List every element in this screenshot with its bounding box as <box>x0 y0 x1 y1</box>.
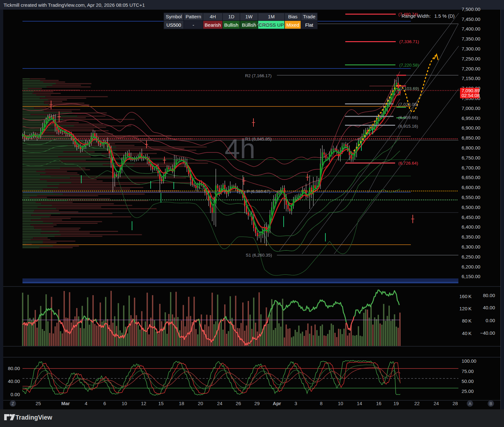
svg-text:6,800.00: 6,800.00 <box>462 145 480 150</box>
svg-text:6: 6 <box>103 401 106 406</box>
svg-text:120 K: 120 K <box>459 306 472 311</box>
svg-text:10: 10 <box>338 401 343 406</box>
svg-text:22: 22 <box>414 401 420 406</box>
svg-text:80 K: 80 K <box>462 318 472 323</box>
svg-text:TradingView: TradingView <box>15 414 52 421</box>
svg-text:US500: US500 <box>166 22 181 28</box>
svg-text:Range Width:: Range Width: <box>402 13 431 19</box>
svg-text:Z: Z <box>12 401 14 406</box>
svg-text:80.00: 80.00 <box>483 293 495 298</box>
svg-text:4: 4 <box>85 401 87 406</box>
svg-text:20: 20 <box>198 401 203 406</box>
svg-text:6,900.00: 6,900.00 <box>462 125 480 131</box>
svg-text:7,450.00: 7,450.00 <box>462 16 480 22</box>
svg-text:6,950.00: 6,950.00 <box>462 115 480 121</box>
svg-text:26: 26 <box>236 401 241 406</box>
svg-text:Mixed: Mixed <box>286 22 299 28</box>
svg-text:24: 24 <box>217 401 223 406</box>
svg-text:6,600.00: 6,600.00 <box>462 185 480 190</box>
svg-text:25.00: 25.00 <box>462 388 474 394</box>
svg-text:(7,023.00): (7,023.00) <box>398 102 418 107</box>
svg-text:-: - <box>193 22 194 28</box>
svg-text:7,250.00: 7,250.00 <box>462 56 480 61</box>
svg-text:40 K: 40 K <box>462 331 472 336</box>
svg-text:80.00: 80.00 <box>8 366 20 371</box>
svg-text:7,150.00: 7,150.00 <box>462 76 480 81</box>
svg-text:1W: 1W <box>245 14 253 19</box>
svg-text:7,300.00: 7,300.00 <box>462 46 480 51</box>
svg-text:(7,336.71): (7,336.71) <box>399 39 419 44</box>
svg-text:6,350.00: 6,350.00 <box>462 234 480 240</box>
svg-text:29: 29 <box>254 401 260 406</box>
svg-text:16: 16 <box>376 401 382 406</box>
svg-text:Flat: Flat <box>305 22 314 28</box>
svg-text:7,400.00: 7,400.00 <box>462 26 480 32</box>
svg-text:6,150.00: 6,150.00 <box>462 274 480 279</box>
svg-text:6,500.00: 6,500.00 <box>462 204 480 210</box>
svg-text:100.00: 100.00 <box>462 358 476 364</box>
svg-text:75.00: 75.00 <box>462 368 474 374</box>
svg-text:6,550.00: 6,550.00 <box>462 195 480 200</box>
svg-text:(6,959.66): (6,959.66) <box>398 115 418 120</box>
svg-text:Symbol: Symbol <box>166 14 182 19</box>
svg-text:24: 24 <box>434 401 439 406</box>
svg-text:S1 (6,260.35): S1 (6,260.35) <box>246 253 272 258</box>
svg-text:19: 19 <box>393 401 399 406</box>
svg-text:6,650.00: 6,650.00 <box>462 175 480 180</box>
svg-text:(7,103.69): (7,103.69) <box>399 86 419 91</box>
svg-text:8: 8 <box>320 401 323 406</box>
svg-text:0.00: 0.00 <box>486 318 495 323</box>
svg-text:10: 10 <box>122 401 127 406</box>
svg-text:6,200.00: 6,200.00 <box>462 264 480 269</box>
svg-text:Bearish: Bearish <box>205 22 221 28</box>
svg-text:R2 (7,166.17): R2 (7,166.17) <box>245 73 272 78</box>
svg-text:(7,220.58): (7,220.58) <box>399 63 419 68</box>
svg-text:1M: 1M <box>268 14 275 19</box>
svg-text:Tickmill created with TradingV: Tickmill created with TradingView.com, A… <box>4 2 145 8</box>
svg-text:7,500.00: 7,500.00 <box>462 6 480 12</box>
svg-text:7,350.00: 7,350.00 <box>462 36 480 41</box>
svg-text:−40.00: −40.00 <box>480 330 495 336</box>
svg-text:40.00: 40.00 <box>8 378 20 384</box>
svg-text:Bias: Bias <box>288 14 297 19</box>
svg-text:P (6,580.67): P (6,580.67) <box>247 189 270 194</box>
svg-text:A: A <box>469 401 472 406</box>
svg-text:R1 (6,845.85): R1 (6,845.85) <box>245 137 272 141</box>
svg-text:6,850.00: 6,850.00 <box>462 135 480 141</box>
svg-text:02:54:08: 02:54:08 <box>462 93 480 98</box>
svg-text:Mar: Mar <box>61 401 70 406</box>
svg-text:3: 3 <box>295 401 297 406</box>
svg-text:6,300.00: 6,300.00 <box>462 244 480 250</box>
svg-text:12: 12 <box>141 401 146 406</box>
svg-text:Apr: Apr <box>273 401 281 406</box>
svg-text:50.00: 50.00 <box>462 378 474 384</box>
svg-text:Bullish: Bullish <box>224 22 238 28</box>
svg-text:40.00: 40.00 <box>483 305 495 310</box>
svg-text:28: 28 <box>453 401 458 406</box>
svg-text:14: 14 <box>357 401 362 406</box>
svg-text:1D: 1D <box>228 14 234 19</box>
svg-text:1.5 % (D): 1.5 % (D) <box>434 13 455 19</box>
svg-text:6,250.00: 6,250.00 <box>462 254 480 259</box>
svg-text:(6,726.64): (6,726.64) <box>398 161 418 166</box>
svg-text:7,090.89: 7,090.89 <box>462 88 480 93</box>
svg-text:25: 25 <box>36 401 41 406</box>
svg-text:160 K: 160 K <box>459 294 472 299</box>
svg-text:6,750.00: 6,750.00 <box>462 155 480 160</box>
svg-text:6,400.00: 6,400.00 <box>462 224 480 230</box>
svg-text:B: B <box>490 401 492 406</box>
svg-text:7,000.00: 7,000.00 <box>462 105 480 111</box>
svg-text:R3 (7,426.67): R3 (7,426.67) <box>245 22 272 27</box>
svg-text:6,450.00: 6,450.00 <box>462 214 480 220</box>
svg-text:(6,915.16): (6,915.16) <box>398 124 418 129</box>
svg-text:15: 15 <box>158 401 164 406</box>
svg-text:Pattern: Pattern <box>186 14 201 19</box>
svg-text:0.00: 0.00 <box>11 392 20 397</box>
svg-text:6,700.00: 6,700.00 <box>462 165 480 170</box>
svg-text:7,200.00: 7,200.00 <box>462 66 480 71</box>
svg-text:Trade: Trade <box>303 14 315 19</box>
svg-text:18: 18 <box>179 401 184 406</box>
svg-text:4H: 4H <box>210 14 216 19</box>
